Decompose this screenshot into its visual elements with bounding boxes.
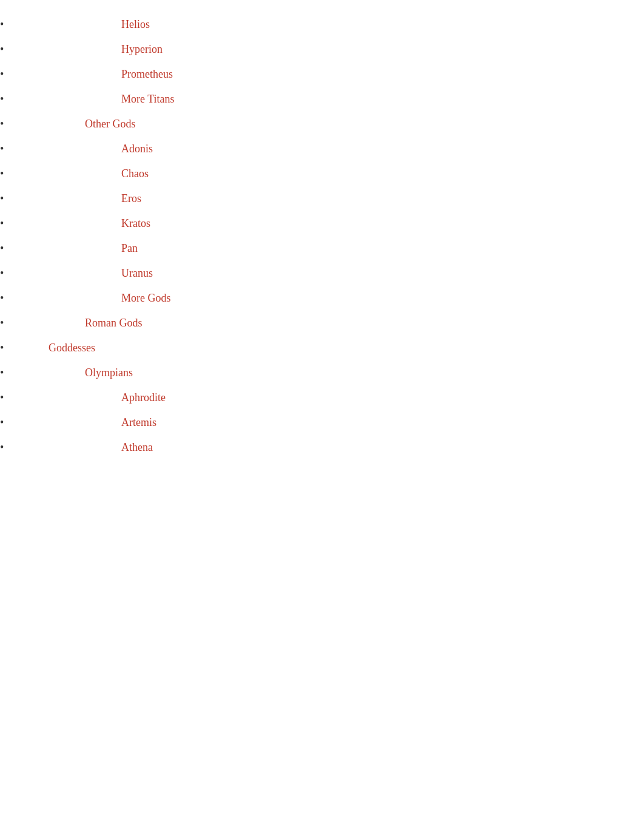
link-kratos[interactable]: Kratos: [121, 217, 150, 229]
list-item-olympians: Olympians: [0, 360, 644, 385]
link-more-titans[interactable]: More Titans: [121, 93, 175, 105]
link-more-gods[interactable]: More Gods: [121, 292, 171, 304]
list-item-pan: Pan: [0, 236, 644, 261]
link-hyperion[interactable]: Hyperion: [121, 43, 163, 55]
list-item-athena: Athena: [0, 435, 644, 460]
list-item-other-gods: Other Gods: [0, 112, 644, 137]
list-item-prometheus: Prometheus: [0, 62, 644, 87]
link-eros[interactable]: Eros: [121, 192, 141, 205]
link-pan[interactable]: Pan: [121, 242, 138, 254]
link-prometheus[interactable]: Prometheus: [121, 68, 173, 80]
list-item-uranus: Uranus: [0, 261, 644, 286]
list-item-helios: Helios: [0, 12, 644, 37]
link-athena[interactable]: Athena: [121, 441, 153, 453]
list-item-roman-gods: Roman Gods: [0, 311, 644, 336]
link-uranus[interactable]: Uranus: [121, 267, 153, 279]
list-item-aphrodite: Aphrodite: [0, 385, 644, 410]
list-item-chaos: Chaos: [0, 161, 644, 186]
link-helios[interactable]: Helios: [121, 18, 150, 30]
list-item-more-gods: More Gods: [0, 286, 644, 311]
list-item-artemis: Artemis: [0, 410, 644, 435]
link-aphrodite[interactable]: Aphrodite: [121, 391, 166, 404]
link-goddesses[interactable]: Goddesses: [49, 342, 95, 354]
list-item-goddesses: Goddesses: [0, 336, 644, 360]
list-item-kratos: Kratos: [0, 211, 644, 236]
link-roman-gods[interactable]: Roman Gods: [85, 317, 143, 329]
list-item-adonis: Adonis: [0, 137, 644, 161]
list-item-more-titans: More Titans: [0, 87, 644, 112]
list-item-eros: Eros: [0, 186, 644, 211]
link-adonis[interactable]: Adonis: [121, 143, 153, 155]
list-item-hyperion: Hyperion: [0, 37, 644, 62]
link-other-gods[interactable]: Other Gods: [85, 118, 136, 130]
link-artemis[interactable]: Artemis: [121, 416, 156, 428]
link-chaos[interactable]: Chaos: [121, 167, 149, 180]
link-olympians[interactable]: Olympians: [85, 367, 133, 379]
